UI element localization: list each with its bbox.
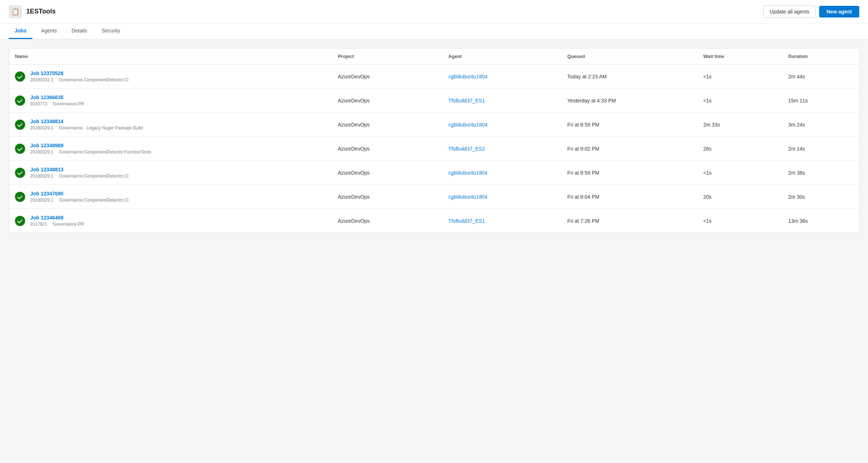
job-cell: Job 12348813 20190329.1 Governance.Compo… xyxy=(15,167,326,179)
job-meta: 20190329.1 Governance.ComponentDetector.… xyxy=(30,149,151,155)
col-header-agent: Agent xyxy=(442,48,561,65)
app-icon: 📋 xyxy=(9,5,22,18)
tabs-bar: Jobs Agents Details Security xyxy=(0,23,868,39)
job-name-cell: Job 12366635 9143773 Governance.PR xyxy=(9,89,332,113)
job-meta: 20190329.1 Governance - Legacy Nuget Pac… xyxy=(30,125,143,131)
job-cell: Job 12348989 20190329.1 Governance.Compo… xyxy=(15,143,326,155)
job-pipeline: Governance.PR xyxy=(53,101,84,106)
header-actions: Update all agents New agent xyxy=(763,5,859,18)
success-icon xyxy=(15,96,25,106)
job-queued: Fri at 8:04 PM xyxy=(562,185,697,209)
job-cell: Job 12348814 20190329.1 Governance - Leg… xyxy=(15,118,326,131)
job-name-cell: Job 12347690 20190329.1 Governance.Compo… xyxy=(9,185,332,209)
job-duration: 2m 38s xyxy=(782,161,859,185)
job-duration: 2m 14s xyxy=(782,137,859,161)
job-id: 9143773 xyxy=(30,101,47,106)
job-wait-time: <1s xyxy=(697,65,782,89)
table-row: Job 12347690 20190329.1 Governance.Compo… xyxy=(9,185,859,209)
job-wait-time: 2m 33s xyxy=(697,113,782,137)
job-wait-time: <1s xyxy=(697,209,782,233)
job-pipeline: Governance.ComponentDetector.FunctionTes… xyxy=(59,149,151,155)
job-duration: 15m 11s xyxy=(782,89,859,113)
job-id: 20190329.1 xyxy=(30,149,53,155)
header-left: 📋 1ESTools xyxy=(9,5,56,18)
job-queued: Today at 2:23 AM xyxy=(562,65,697,89)
job-agent[interactable]: cgbldubuntu1804 xyxy=(442,113,561,137)
job-project: AzureDevOps xyxy=(332,65,442,89)
job-agent[interactable]: cgbldubuntu1804 xyxy=(442,65,561,89)
job-name[interactable]: Job 12346469 xyxy=(30,215,84,221)
update-all-agents-button[interactable]: Update all agents xyxy=(763,5,816,18)
job-meta: 20190329.1 Governance.ComponentDetector.… xyxy=(30,198,129,203)
page-header: 📋 1ESTools Update all agents New agent xyxy=(0,0,868,23)
jobs-table-container: Name Project Agent Queued Wait time Dura… xyxy=(9,48,859,233)
job-name-cell: Job 12348814 20190329.1 Governance - Leg… xyxy=(9,113,332,137)
job-id: 20190329.1 xyxy=(30,174,53,179)
job-name-cell: Job 12348813 20190329.1 Governance.Compo… xyxy=(9,161,332,185)
table-row: Job 12348989 20190329.1 Governance.Compo… xyxy=(9,137,859,161)
table-row: Job 12348813 20190329.1 Governance.Compo… xyxy=(9,161,859,185)
job-cell: Job 12366635 9143773 Governance.PR xyxy=(15,94,326,106)
app-title: 1ESTools xyxy=(26,8,56,15)
job-agent[interactable]: TfsBuild37_ES1 xyxy=(442,209,561,233)
job-name[interactable]: Job 12366635 xyxy=(30,94,84,100)
job-agent[interactable]: TfsBuild37_ES2 xyxy=(442,137,561,161)
job-wait-time: <1s xyxy=(697,161,782,185)
table-header: Name Project Agent Queued Wait time Dura… xyxy=(9,48,859,65)
job-id: 20190329.1 xyxy=(30,198,53,203)
table-row: Job 12346469 9117821 Governance.PR Azure… xyxy=(9,209,859,233)
job-queued: Fri at 8:59 PM xyxy=(562,161,697,185)
job-agent[interactable]: TfsBuild37_ES1 xyxy=(442,89,561,113)
job-agent[interactable]: cgbldubuntu1804 xyxy=(442,185,561,209)
job-pipeline: Governance.ComponentDetector.CI xyxy=(59,77,129,82)
col-header-name: Name xyxy=(9,48,332,65)
col-header-duration: Duration xyxy=(782,48,859,65)
job-cell: Job 12347690 20190329.1 Governance.Compo… xyxy=(15,191,326,203)
job-name-cell: Job 12346469 9117821 Governance.PR xyxy=(9,209,332,233)
new-agent-button[interactable]: New agent xyxy=(819,6,859,17)
job-cell: Job 12346469 9117821 Governance.PR xyxy=(15,215,326,227)
job-id: 20190329.1 xyxy=(30,125,53,131)
job-duration: 2m 44s xyxy=(782,65,859,89)
job-duration: 3m 24s xyxy=(782,113,859,137)
job-name[interactable]: Job 12348989 xyxy=(30,143,151,148)
job-project: AzureDevOps xyxy=(332,161,442,185)
job-wait-time: <1s xyxy=(697,89,782,113)
table-row: Job 12366635 9143773 Governance.PR Azure… xyxy=(9,89,859,113)
col-header-wait-time: Wait time xyxy=(697,48,782,65)
table-body: Job 12370528 20190331.1 Governance.Compo… xyxy=(9,65,859,233)
job-duration: 2m 30s xyxy=(782,185,859,209)
job-name-cell: Job 12348989 20190329.1 Governance.Compo… xyxy=(9,137,332,161)
job-queued: Fri at 9:02 PM xyxy=(562,137,697,161)
tab-details[interactable]: Details xyxy=(66,23,93,39)
job-project: AzureDevOps xyxy=(332,89,442,113)
job-name[interactable]: Job 12347690 xyxy=(30,191,129,197)
job-name-cell: Job 12370528 20190331.1 Governance.Compo… xyxy=(9,65,332,89)
job-queued: Fri at 8:59 PM xyxy=(562,113,697,137)
job-queued: Yesterday at 4:33 PM xyxy=(562,89,697,113)
job-queued: Fri at 7:26 PM xyxy=(562,209,697,233)
job-pipeline: Governance - Legacy Nuget Package Build xyxy=(59,125,143,131)
main-content: Name Project Agent Queued Wait time Dura… xyxy=(0,39,868,242)
tab-security[interactable]: Security xyxy=(96,23,126,39)
tab-agents[interactable]: Agents xyxy=(35,23,63,39)
success-icon xyxy=(15,71,25,82)
job-name[interactable]: Job 12370528 xyxy=(30,70,129,76)
success-icon xyxy=(15,168,25,178)
job-wait-time: 20s xyxy=(697,185,782,209)
job-agent[interactable]: cgbldubuntu1804 xyxy=(442,161,561,185)
tab-jobs[interactable]: Jobs xyxy=(9,23,32,39)
jobs-table: Name Project Agent Queued Wait time Dura… xyxy=(9,48,859,233)
job-info: Job 12347690 20190329.1 Governance.Compo… xyxy=(30,191,129,203)
job-info: Job 12366635 9143773 Governance.PR xyxy=(30,94,84,106)
success-icon xyxy=(15,144,25,154)
success-icon xyxy=(15,216,25,226)
job-wait-time: 26s xyxy=(697,137,782,161)
table-row: Job 12348814 20190329.1 Governance - Leg… xyxy=(9,113,859,137)
job-project: AzureDevOps xyxy=(332,185,442,209)
job-pipeline: Governance.PR xyxy=(53,222,84,227)
job-name[interactable]: Job 12348814 xyxy=(30,118,143,124)
job-name[interactable]: Job 12348813 xyxy=(30,167,129,172)
job-id: 9117821 xyxy=(30,222,47,227)
job-project: AzureDevOps xyxy=(332,137,442,161)
